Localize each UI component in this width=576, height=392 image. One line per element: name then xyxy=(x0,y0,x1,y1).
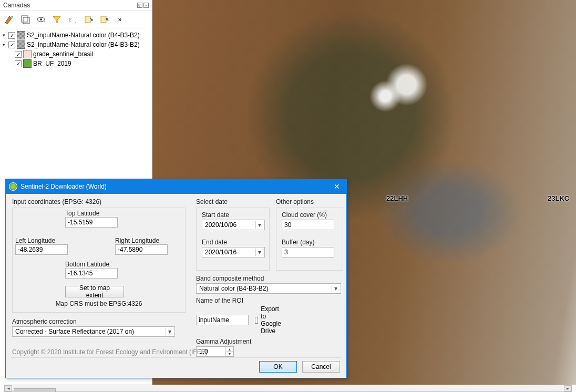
layer-row[interactable]: BR_UF_2019 xyxy=(1,59,151,68)
right-lon-input[interactable] xyxy=(115,244,168,255)
spinner-up-icon: ▲ xyxy=(226,347,233,352)
layer-label: BR_UF_2019 xyxy=(33,60,71,67)
start-date-label: Start date xyxy=(202,211,264,219)
atm-correction-label: Atmospheric correction xyxy=(12,318,186,325)
layer-checkbox[interactable] xyxy=(15,60,22,67)
vector-swatch-icon xyxy=(23,50,32,58)
filter-icon[interactable] xyxy=(51,14,63,25)
qgis-icon xyxy=(9,182,17,191)
tile-label: 22LHH xyxy=(386,194,408,202)
svg-text:ε: ε xyxy=(69,16,72,23)
bottom-lat-input[interactable] xyxy=(65,268,118,278)
band-composite-label: Band composite method xyxy=(196,275,270,282)
select-date-label: Select date xyxy=(196,198,270,205)
atm-correction-combo[interactable]: Corrected - Surface Reflectance (2017 on… xyxy=(12,326,175,337)
cloud-cover-input[interactable] xyxy=(282,220,334,230)
svg-point-4 xyxy=(40,18,42,20)
coords-group: Top Latitude Left Longitude Right Longit… xyxy=(12,208,186,313)
date-group: Start date 2020/10/06 ▾ End date 2020/10… xyxy=(196,208,270,271)
band-composite-combo[interactable]: Natural color (B4-B3-B2) ▾ xyxy=(196,283,341,294)
set-extent-button[interactable]: Set to map extent xyxy=(65,286,124,297)
dialog-titlebar[interactable]: Sentinel-2 Downloader (World) ✕ xyxy=(6,179,346,194)
undock-icon[interactable]: ◱ xyxy=(137,3,142,8)
start-date-value: 2020/10/06 xyxy=(205,221,236,229)
scroll-left-icon[interactable]: ◂ xyxy=(5,385,12,391)
style-icon[interactable] xyxy=(4,14,15,25)
svg-rect-1 xyxy=(22,16,28,22)
end-date-input[interactable]: 2020/10/16 ▾ xyxy=(202,247,265,257)
expand-all-icon[interactable] xyxy=(83,14,94,25)
gamma-label: Gamma Adjustment xyxy=(196,338,270,345)
expand-icon[interactable]: ▾ xyxy=(1,33,7,38)
chevron-down-icon: ▾ xyxy=(166,328,173,335)
horizontal-scrollbar[interactable]: ◂ ▸ xyxy=(4,385,572,392)
top-lat-label: Top Latitude xyxy=(65,210,118,217)
layer-label: S2_inputName-Natural color (B4-B3-B2) xyxy=(27,41,140,48)
top-lat-input[interactable] xyxy=(65,217,118,228)
close-icon[interactable]: ✕ xyxy=(331,181,343,192)
svg-rect-6 xyxy=(85,16,90,23)
layer-row[interactable]: grade_sentinel_brasil xyxy=(1,49,151,59)
export-gdrive-checkbox[interactable]: Export to Google Drive xyxy=(255,305,285,335)
cancel-button[interactable]: Cancel xyxy=(302,361,340,373)
bottom-lat-label: Bottom Latitude xyxy=(65,261,118,268)
other-options-group: Cloud cover (%) Buffer (day) xyxy=(276,208,343,271)
layer-checkbox[interactable] xyxy=(8,42,15,48)
svg-rect-7 xyxy=(101,16,106,23)
svg-point-0 xyxy=(11,16,13,18)
layer-row[interactable]: ▾ S2_inputName-Natural color (B4-B3-B2) xyxy=(1,40,151,49)
layer-checkbox[interactable] xyxy=(15,51,22,58)
sentinel-downloader-dialog: Sentinel-2 Downloader (World) ✕ Input co… xyxy=(5,179,347,378)
band-composite-value: Natural color (B4-B3-B2) xyxy=(199,285,268,292)
layers-toolbar: ε » xyxy=(0,11,152,28)
expand-icon[interactable]: ▾ xyxy=(1,42,7,48)
roi-name-input[interactable] xyxy=(196,315,249,325)
ok-button[interactable]: OK xyxy=(259,361,297,373)
layers-tree: ▾ S2_inputName-Natural color (B4-B3-B2) … xyxy=(0,28,152,70)
left-lon-input[interactable] xyxy=(15,244,68,255)
start-date-input[interactable]: 2020/10/06 ▾ xyxy=(202,220,265,230)
layers-panel-titlebar: Camadas ◱ × xyxy=(0,0,152,11)
layer-label: grade_sentinel_brasil xyxy=(33,50,93,58)
spinner-buttons[interactable]: ▲▼ xyxy=(225,347,233,356)
buffer-input[interactable] xyxy=(282,247,334,257)
dialog-title: Sentinel-2 Downloader (World) xyxy=(20,183,107,190)
visibility-icon[interactable] xyxy=(35,14,47,25)
raster-swatch-icon xyxy=(17,40,25,49)
atm-correction-value: Corrected - Surface Reflectance (2017 on… xyxy=(15,328,134,335)
raster-swatch-icon xyxy=(17,31,25,39)
checkbox-icon xyxy=(255,317,258,324)
dialog-separator xyxy=(11,357,341,358)
crs-note: Map CRS must be EPSG:4326 xyxy=(13,300,185,307)
export-gdrive-label: Export to Google Drive xyxy=(261,305,285,335)
layer-checkbox[interactable] xyxy=(8,32,15,39)
layer-label: S2_inputName-Natural color (B4-B3-B2) xyxy=(27,32,140,39)
chevron-down-icon: ▾ xyxy=(255,221,263,229)
roi-name-label: Name of the ROI xyxy=(196,297,270,304)
end-date-value: 2020/10/16 xyxy=(205,249,236,256)
scroll-thumb[interactable] xyxy=(14,388,56,392)
cloud-cover-label: Cloud cover (%) xyxy=(282,211,337,219)
left-lon-label: Left Longitude xyxy=(15,237,68,244)
end-date-label: End date xyxy=(202,239,264,246)
input-coords-label: Input coordinates (EPSG: 4326) xyxy=(12,198,186,205)
other-options-label: Other options xyxy=(276,198,343,205)
add-group-icon[interactable] xyxy=(19,14,31,25)
toolbar-overflow-icon[interactable]: » xyxy=(114,14,126,25)
collapse-all-icon[interactable] xyxy=(98,14,110,25)
svg-rect-2 xyxy=(23,17,29,24)
vector-swatch-icon xyxy=(23,59,32,68)
buffer-label: Buffer (day) xyxy=(282,239,337,246)
layers-panel-title: Camadas xyxy=(3,2,30,9)
close-panel-icon[interactable]: × xyxy=(143,3,149,8)
chevron-down-icon: ▾ xyxy=(255,249,263,256)
spinner-down-icon: ▼ xyxy=(226,352,233,356)
chevron-down-icon: ▾ xyxy=(332,285,340,292)
expression-icon[interactable]: ε xyxy=(67,14,78,25)
right-lon-label: Right Longitude xyxy=(115,237,168,244)
tile-label: 23LKC xyxy=(548,194,569,202)
scroll-right-icon[interactable]: ▸ xyxy=(564,385,571,391)
copyright-text: Copyright © 2020 Institute for Forest Ec… xyxy=(12,348,208,356)
layer-row[interactable]: ▾ S2_inputName-Natural color (B4-B3-B2) xyxy=(1,30,151,40)
